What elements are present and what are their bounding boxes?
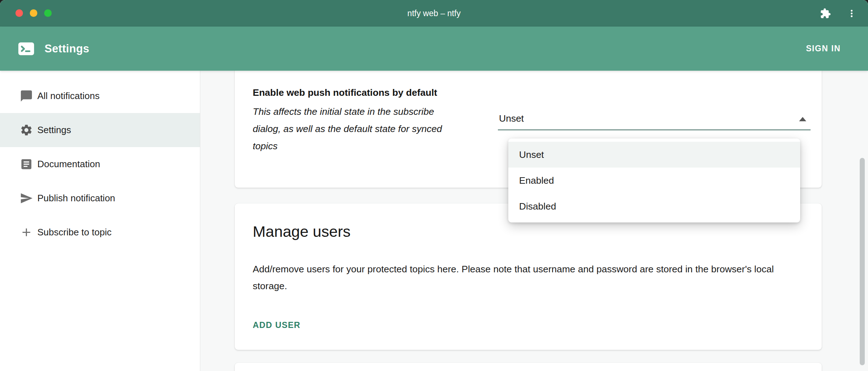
browser-menu-kebab-icon[interactable] <box>846 8 857 19</box>
sidebar-item-label: Settings <box>37 125 71 136</box>
sidebar-item-label: All notifications <box>37 90 99 102</box>
preference-title: Enable web push notifications by default <box>253 87 437 98</box>
select-value: Unset <box>498 113 524 124</box>
send-icon <box>20 192 33 205</box>
plus-icon <box>20 226 33 239</box>
window-title: ntfy web – ntfy <box>0 9 868 18</box>
extensions-puzzle-icon[interactable] <box>820 8 831 19</box>
dropdown-option-unset[interactable]: Unset <box>508 142 800 168</box>
sidebar-nav: All notifications Settings Documentation… <box>0 71 200 371</box>
ntfy-terminal-logo-icon <box>17 40 35 58</box>
sidebar-item-publish-notification[interactable]: Publish notification <box>0 181 200 215</box>
card-title: Manage users <box>253 223 351 240</box>
sidebar-item-documentation[interactable]: Documentation <box>0 147 200 181</box>
chat-bubble-icon <box>20 89 33 103</box>
app-bar: Settings SIGN IN <box>0 27 868 71</box>
window-titlebar: ntfy web – ntfy <box>0 0 868 27</box>
sidebar-item-label: Subscribe to topic <box>37 227 112 238</box>
content-area: All notifications Settings Documentation… <box>0 71 868 371</box>
sidebar-item-subscribe-to-topic[interactable]: Subscribe to topic <box>0 215 200 249</box>
sidebar-item-label: Publish notification <box>37 193 115 204</box>
sidebar-item-all-notifications[interactable]: All notifications <box>0 79 200 113</box>
page-title: Settings <box>45 42 89 55</box>
gear-icon <box>20 123 33 137</box>
titlebar-actions <box>820 0 857 27</box>
article-icon <box>20 158 33 171</box>
manage-users-card: Manage users Add/remove users for your p… <box>235 203 822 350</box>
next-card-partial <box>235 363 822 371</box>
select-dropdown-menu: Unset Enabled Disabled <box>508 138 800 222</box>
dropdown-option-enabled[interactable]: Enabled <box>508 168 800 193</box>
dropdown-arrow-up-icon <box>799 117 806 121</box>
main-content: Enable web push notifications by default… <box>200 71 868 371</box>
web-push-default-select[interactable]: Unset <box>498 107 811 130</box>
sidebar-item-label: Documentation <box>37 159 100 170</box>
sign-in-button[interactable]: SIGN IN <box>806 44 841 53</box>
sidebar-item-settings[interactable]: Settings <box>0 113 200 147</box>
scrollbar-thumb[interactable] <box>860 158 865 365</box>
dropdown-option-disabled[interactable]: Disabled <box>508 193 800 219</box>
add-user-button[interactable]: ADD USER <box>253 320 300 330</box>
preference-description: This affects the initial state in the su… <box>253 103 456 155</box>
app-window: ntfy web – ntfy Settings SIGN IN <box>0 0 868 371</box>
card-description: Add/remove users for your protected topi… <box>253 261 804 295</box>
